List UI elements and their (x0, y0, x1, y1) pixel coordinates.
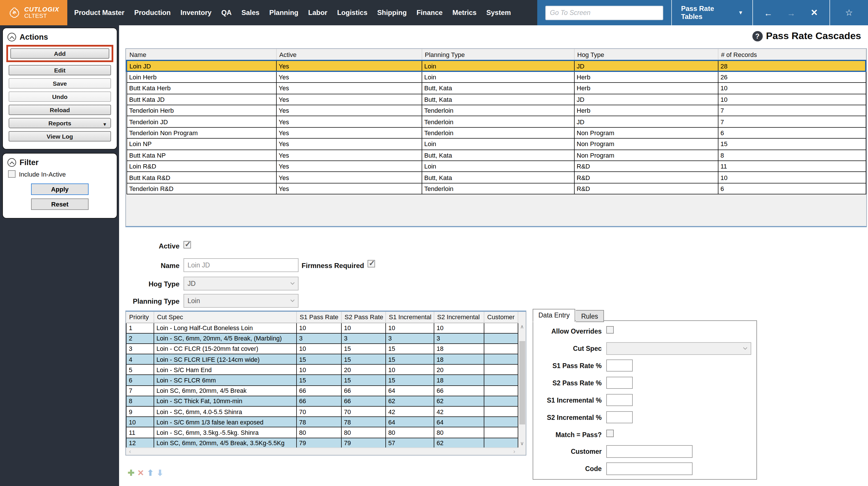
table-row[interactable]: Butt Kata NPYesButt, KataNon Program8 (127, 150, 866, 161)
table-cell[interactable]: 3 (126, 344, 154, 354)
table-cell[interactable]: 10 (386, 365, 434, 375)
scroll-left-icon[interactable]: ‹ (126, 448, 134, 456)
s1-pass-rate-input[interactable] (606, 360, 633, 371)
table-cell[interactable]: Yes (276, 161, 422, 172)
table-row[interactable]: Tenderloin R&DYesTenderloinR&D6 (127, 183, 866, 194)
menu-item[interactable]: Logistics (337, 9, 367, 17)
table-row[interactable]: Loin R&DYesLoinR&D11 (127, 161, 866, 172)
table-cell[interactable]: 62 (434, 396, 484, 406)
table-cell[interactable]: Butt, Kata (422, 172, 574, 183)
favorite-star-icon[interactable]: ☆ (830, 0, 868, 25)
table-row[interactable]: Tenderloin HerbYesTenderloinHerb7 (127, 105, 866, 116)
table-cell[interactable]: 10 (386, 323, 434, 333)
table-row[interactable]: 3Loin - CC FLCR (15-20mm fat cover)10151… (126, 344, 518, 354)
table-cell[interactable]: Non Program (574, 138, 718, 150)
table-cell[interactable]: Non Program (574, 150, 718, 161)
reload-button[interactable]: Reload (9, 105, 111, 115)
table-cell[interactable]: Butt, Kata (422, 94, 574, 105)
table-cell[interactable]: 10 (718, 172, 866, 183)
collapse-chevron-icon[interactable] (7, 33, 16, 41)
table-cell[interactable] (484, 385, 518, 396)
table-cell[interactable] (484, 438, 518, 448)
table-cell[interactable]: Loin Herb (127, 71, 276, 83)
table-cell[interactable]: Tenderloin (422, 105, 574, 116)
column-header[interactable]: Planning Type (422, 49, 574, 60)
table-cell[interactable]: 3 (297, 333, 341, 343)
table-row[interactable]: 1Loin - Long Half-Cut Boneless Loin10101… (126, 323, 518, 333)
table-cell[interactable]: Yes (276, 127, 422, 139)
table-cell[interactable]: Yes (276, 60, 422, 71)
menu-item[interactable]: Planning (269, 9, 298, 17)
column-header[interactable]: Hog Type (574, 49, 718, 60)
table-row[interactable]: Loin NPYesLoinNon Program15 (127, 138, 866, 150)
table-cell[interactable]: 15 (386, 354, 434, 364)
table-cell[interactable]: 10 (297, 323, 341, 333)
table-cell[interactable] (484, 344, 518, 354)
scrollbar-thumb[interactable] (519, 341, 525, 424)
column-header[interactable]: S1 Incremental (386, 312, 434, 323)
table-cell[interactable]: 8 (718, 150, 866, 161)
table-row[interactable]: 4Loin - SC FLCR LIFE (12-14cm wide)15151… (126, 354, 518, 364)
table-cell[interactable]: 42 (434, 406, 484, 417)
table-cell[interactable]: 2 (126, 333, 154, 343)
table-cell[interactable]: Yes (276, 83, 422, 94)
table-cell[interactable]: 20 (434, 365, 484, 375)
menu-item[interactable]: System (486, 9, 511, 17)
table-cell[interactable]: Yes (276, 71, 422, 83)
table-cell[interactable]: 8 (126, 396, 154, 406)
table-cell[interactable]: 64 (386, 385, 434, 396)
table-cell[interactable]: 3 (341, 333, 386, 343)
table-cell[interactable]: 18 (434, 375, 484, 385)
s2-pass-rate-input[interactable] (606, 377, 633, 389)
table-cell[interactable]: 62 (434, 438, 484, 448)
back-arrow-icon[interactable]: ← (757, 8, 780, 18)
table-row[interactable]: 11Loin - SC, 6mm, 3.5kg.-5.5kg. Shinra80… (126, 427, 518, 438)
close-icon[interactable]: ✕ (803, 7, 826, 18)
table-row[interactable]: 2Loin - SC, 6mm, 20mm, 4/5 Break, (Marbl… (126, 333, 518, 343)
column-header[interactable]: Cut Spec (154, 312, 297, 323)
table-cell[interactable]: Butt Kata R&D (127, 172, 276, 183)
table-cell[interactable]: Loin - SC, 6mm, 3.5kg.-5.5kg. Shinra (154, 427, 297, 438)
table-cell[interactable]: Tenderloin Herb (127, 105, 276, 116)
table-cell[interactable]: Tenderloin (422, 183, 574, 194)
table-cell[interactable]: 10 (341, 323, 386, 333)
table-cell[interactable]: 80 (297, 427, 341, 438)
table-cell[interactable]: 5 (126, 365, 154, 375)
table-cell[interactable]: 15 (341, 344, 386, 354)
scroll-up-icon[interactable]: ∧ (518, 323, 526, 331)
table-cell[interactable]: Loin - S/C 6mm 1/3 false lean exposed (154, 417, 297, 427)
table-cell[interactable]: Butt Kata Herb (127, 83, 276, 94)
table-cell[interactable]: Loin (422, 60, 574, 71)
table-cell[interactable]: 15 (297, 354, 341, 364)
table-cell[interactable]: 4 (126, 354, 154, 364)
table-cell[interactable]: R&D (574, 172, 718, 183)
table-row[interactable]: Tenderloin Non ProgramYesTenderloinNon P… (127, 127, 866, 139)
table-cell[interactable]: 7 (718, 116, 866, 127)
table-row[interactable]: Butt Kata JDYesButt, KataJD10 (127, 94, 866, 105)
horizontal-scrollbar[interactable]: ‹ › (126, 448, 518, 455)
screen-tables-dropdown[interactable]: Pass Rate Tables ▼ (672, 0, 752, 25)
s1-incremental-input[interactable] (606, 394, 633, 406)
table-cell[interactable]: JD (574, 94, 718, 105)
table-cell[interactable]: 66 (341, 385, 386, 396)
table-cell[interactable]: Loin (422, 71, 574, 83)
table-cell[interactable]: 66 (297, 396, 341, 406)
table-cell[interactable]: 10 (126, 417, 154, 427)
hog-type-select[interactable]: JD (184, 277, 299, 291)
table-row[interactable]: 10Loin - S/C 6mm 1/3 false lean exposed7… (126, 417, 518, 427)
table-cell[interactable]: 6 (126, 375, 154, 385)
table-cell[interactable]: 70 (341, 406, 386, 417)
reports-dropdown-button[interactable]: Reports ▼ (9, 118, 111, 128)
table-row[interactable]: Loin JDYesLoinJD28 (127, 60, 866, 71)
s2-incremental-input[interactable] (606, 411, 633, 423)
table-cell[interactable]: Tenderloin (422, 116, 574, 127)
cut-spec-select[interactable] (606, 342, 751, 355)
table-cell[interactable]: Butt Kata NP (127, 150, 276, 161)
table-cell[interactable]: Loin JD (127, 60, 276, 71)
table-cell[interactable]: 66 (297, 385, 341, 396)
table-cell[interactable] (484, 323, 518, 333)
column-header[interactable]: S2 Incremental (434, 312, 484, 323)
table-cell[interactable]: Loin - CC FLCR (15-20mm fat cover) (154, 344, 297, 354)
table-cell[interactable]: Yes (276, 183, 422, 194)
table-cell[interactable]: 79 (341, 438, 386, 448)
